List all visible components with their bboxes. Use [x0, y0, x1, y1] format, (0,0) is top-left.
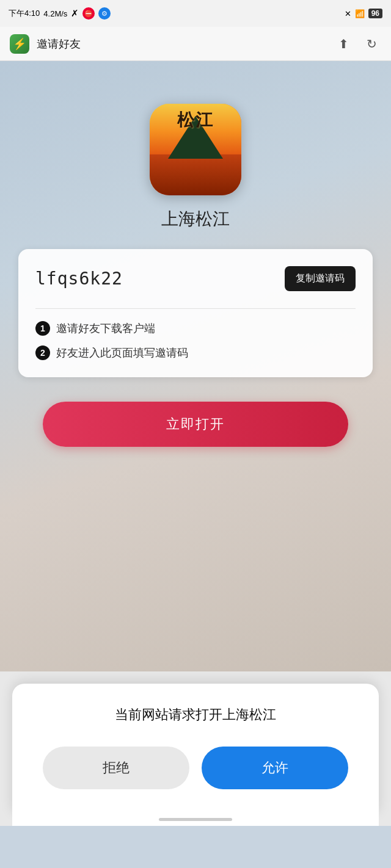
status-bar: 下午4:10 4.2M/s ✗ ⛔ ⚙ ✕ 📶 96 — [0, 0, 391, 27]
reject-button[interactable]: 拒绝 — [43, 747, 189, 789]
status-left: 下午4:10 4.2M/s ✗ ⛔ ⚙ — [9, 7, 111, 20]
pagoda-body — [193, 133, 198, 145]
signal-icon: ✗ — [71, 8, 79, 19]
invite-step-1: 1 邀请好友下载客户端 — [35, 321, 356, 336]
bottom-dialog: 当前网站请求打开上海松江 拒绝 允许 — [12, 684, 379, 814]
invite-code: lfqs6k22 — [35, 269, 123, 289]
main-content: 松江 上海松江 lfqs6k22 复制邀请码 1 邀请好友下载客户端 2 好友进… — [0, 61, 391, 671]
browser-action-icons: ⬆ ↻ — [334, 34, 381, 54]
close-icon: ✕ — [345, 9, 351, 18]
status-right: ✕ 📶 96 — [345, 9, 382, 18]
invite-code-row: lfqs6k22 复制邀请码 — [35, 266, 356, 291]
browser-title: 邀请好友 — [37, 37, 326, 51]
invite-steps: 1 邀请好友下载客户端 2 好友进入此页面填写邀请码 — [35, 321, 356, 360]
wifi-icon: 📶 — [355, 9, 365, 18]
invite-card: lfqs6k22 复制邀请码 1 邀请好友下载客户端 2 好友进入此页面填写邀请… — [18, 249, 373, 377]
copy-invite-code-button[interactable]: 复制邀请码 — [285, 266, 356, 291]
divider — [35, 308, 356, 309]
status-time: 下午4:10 — [9, 8, 40, 19]
bottom-overlay: 当前网站请求打开上海松江 拒绝 允许 — [0, 671, 391, 826]
app-name: 上海松江 — [161, 208, 230, 231]
browser-bar: ⚡ 邀请好友 ⬆ ↻ — [0, 27, 391, 61]
bookmark-icon[interactable]: ⬆ — [334, 34, 353, 54]
dialog-buttons: 拒绝 允许 — [31, 747, 360, 789]
app-icon-wrapper: 松江 — [150, 104, 241, 195]
battery-indicator: 96 — [368, 9, 382, 18]
app-icon-status: ⚙ — [98, 7, 111, 20]
step-num-1: 1 — [35, 321, 50, 336]
open-app-button[interactable]: 立即打开 — [43, 402, 348, 447]
dialog-title: 当前网站请求打开上海松江 — [31, 706, 360, 725]
refresh-icon[interactable]: ↻ — [362, 34, 381, 54]
app-icon: 松江 — [150, 104, 241, 195]
step-num-2: 2 — [35, 345, 50, 360]
step-text-2: 好友进入此页面填写邀请码 — [56, 345, 188, 360]
home-bar — [159, 818, 232, 821]
home-indicator — [12, 814, 379, 826]
browser-shield-icon: ⚡ — [10, 34, 29, 54]
vpn-icon: ⛔ — [82, 7, 95, 20]
invite-step-2: 2 好友进入此页面填写邀请码 — [35, 345, 356, 360]
icon-text-overlay: 松江 — [150, 109, 241, 132]
allow-button[interactable]: 允许 — [202, 747, 348, 789]
app-icon-inner: 松江 — [150, 104, 241, 195]
status-speed: 4.2M/s — [43, 9, 67, 18]
icon-water — [150, 154, 241, 196]
step-text-1: 邀请好友下载客户端 — [56, 321, 155, 336]
